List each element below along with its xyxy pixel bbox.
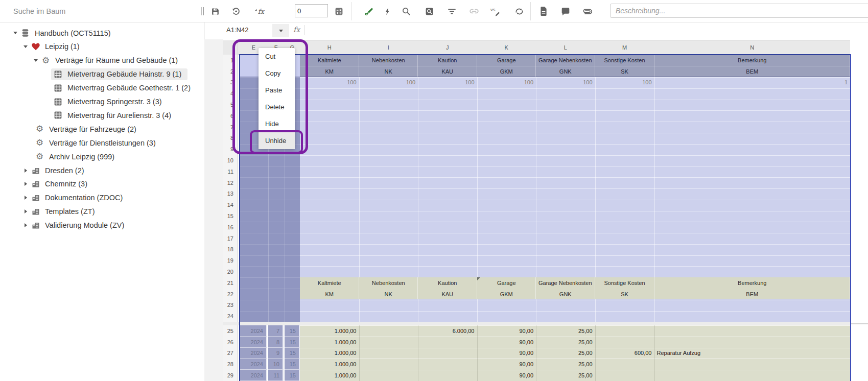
cell-L3[interactable]: 100 bbox=[536, 77, 595, 88]
column-header-K[interactable]: K bbox=[477, 40, 536, 55]
cell-K27[interactable]: 90,00 bbox=[477, 348, 536, 359]
chevron-expanded-icon[interactable] bbox=[12, 32, 18, 34]
chevron-collapsed-icon[interactable] bbox=[22, 196, 29, 200]
document-icon[interactable] bbox=[536, 4, 551, 19]
row-header-21[interactable]: 21 bbox=[223, 277, 236, 289]
menu-item-delete[interactable]: Delete bbox=[259, 99, 295, 115]
row-header-15[interactable]: 15 bbox=[223, 210, 236, 222]
cell-value-E29[interactable]: 2024 bbox=[240, 370, 266, 381]
calculator-icon[interactable] bbox=[331, 4, 346, 19]
row-header-3[interactable]: 3 bbox=[223, 77, 236, 88]
row-header-7[interactable]: 7 bbox=[223, 122, 236, 133]
cell-H28[interactable]: 1.000,00 bbox=[300, 359, 359, 370]
versions-edit-icon[interactable]: vs bbox=[488, 4, 503, 19]
cell-I3[interactable]: 100 bbox=[359, 77, 418, 88]
cell-K3[interactable]: 100 bbox=[477, 77, 536, 88]
header-title-K[interactable]: Garage bbox=[477, 55, 536, 66]
header-code-I[interactable]: NK bbox=[359, 66, 418, 77]
row-header-18[interactable]: 18 bbox=[223, 244, 236, 255]
tree-item-dokumentation-zdoc[interactable]: Dokumentation (ZDOC) bbox=[0, 191, 226, 205]
flash-icon[interactable] bbox=[380, 4, 395, 19]
menu-item-hide[interactable]: Hide bbox=[259, 115, 295, 132]
row-header-23[interactable]: 23 bbox=[223, 299, 236, 311]
tree-item-chemnitz-3[interactable]: Chemnitz (3) bbox=[0, 177, 226, 191]
column-header-I[interactable]: I bbox=[359, 40, 418, 55]
cell-value-G27[interactable]: 15 bbox=[285, 348, 298, 359]
tree-item-validierung-module-zv[interactable]: Validierung Module (ZV) bbox=[0, 219, 226, 232]
tree-item-dresden-2[interactable]: Dresden (2) bbox=[0, 163, 226, 177]
menu-item-unhide[interactable]: Unhide bbox=[259, 132, 295, 149]
cell-value-G29[interactable]: 15 bbox=[285, 370, 298, 381]
cell-value-G26[interactable]: 15 bbox=[285, 337, 298, 348]
row-header-10[interactable]: 10 bbox=[223, 155, 236, 166]
row-header-29[interactable]: 29 bbox=[223, 370, 236, 381]
cell-M3[interactable]: 100 bbox=[595, 77, 654, 88]
mid-header-code-M[interactable]: SK bbox=[595, 289, 654, 300]
tree-item-vertr-ge-f-r-fahrzeuge-2[interactable]: ⚙Verträge für Fahrzeuge (2) bbox=[0, 122, 236, 136]
row-header-25[interactable]: 25 bbox=[223, 325, 236, 337]
chevron-collapsed-icon[interactable] bbox=[22, 182, 29, 186]
history-icon[interactable] bbox=[228, 4, 244, 19]
row-header-6[interactable]: 6 bbox=[223, 110, 236, 122]
cell-value-G28[interactable]: 15 bbox=[285, 359, 298, 370]
formula-input[interactable] bbox=[307, 22, 868, 39]
name-box-dropdown[interactable] bbox=[272, 24, 289, 37]
mid-header-title-H[interactable]: Kaltmiete bbox=[300, 277, 359, 289]
save-icon[interactable] bbox=[207, 4, 223, 19]
menu-item-paste[interactable]: Paste bbox=[259, 82, 295, 99]
mid-header-code-H[interactable]: KM bbox=[300, 289, 359, 300]
chevron-expanded-icon[interactable] bbox=[22, 45, 29, 48]
filter-icon[interactable] bbox=[444, 4, 459, 19]
row-header-11[interactable]: 11 bbox=[223, 166, 236, 177]
row-header-26[interactable]: 26 bbox=[223, 337, 236, 348]
description-input[interactable] bbox=[610, 4, 868, 18]
cell-value-E28[interactable]: 2024 bbox=[240, 359, 266, 370]
cell-K29[interactable]: 90,00 bbox=[477, 370, 536, 381]
header-code-M[interactable]: SK bbox=[595, 66, 654, 77]
mid-header-code-K[interactable]: GKM bbox=[477, 289, 536, 300]
mid-header-title-L[interactable]: Garage Nebenkosten bbox=[536, 277, 595, 289]
attachment-icon[interactable] bbox=[580, 4, 595, 19]
name-box[interactable]: A1:N42 bbox=[226, 26, 248, 34]
cell-value-F26[interactable]: 8 bbox=[268, 337, 282, 348]
number-input[interactable] bbox=[295, 4, 328, 17]
column-header-M[interactable]: M bbox=[595, 40, 654, 55]
cell-K26[interactable]: 90,00 bbox=[477, 337, 536, 348]
cell-H26[interactable]: 1.000,00 bbox=[300, 337, 359, 348]
column-header-L[interactable]: L bbox=[536, 40, 595, 55]
chevron-collapsed-icon[interactable] bbox=[22, 209, 29, 213]
cell-N3[interactable]: 1 bbox=[654, 77, 851, 88]
chevron-collapsed-icon[interactable] bbox=[22, 223, 29, 227]
header-title-N[interactable]: Bemerkung bbox=[654, 55, 851, 66]
header-title-M[interactable]: Sonstige Kosten bbox=[595, 55, 654, 66]
cell-L26[interactable]: 25,00 bbox=[536, 337, 595, 348]
cell-K28[interactable]: 90,00 bbox=[477, 359, 536, 370]
row-header-20[interactable]: 20 bbox=[223, 266, 236, 277]
tree-item-leipzig-1[interactable]: Leipzig (1) bbox=[0, 40, 226, 54]
cell-M27[interactable]: 600,00 bbox=[595, 348, 654, 359]
cell-J25[interactable]: 6.000,00 bbox=[418, 325, 477, 337]
cell-H25[interactable]: 1.000,00 bbox=[300, 325, 359, 337]
menu-item-copy[interactable]: Copy bbox=[259, 65, 295, 82]
header-code-L[interactable]: GNK bbox=[536, 66, 595, 77]
cell-value-E27[interactable]: 2024 bbox=[240, 348, 266, 359]
cell-value-F29[interactable]: 11 bbox=[268, 370, 282, 381]
header-title-I[interactable]: Nebenkosten bbox=[359, 55, 418, 66]
header-code-K[interactable]: GKM bbox=[477, 66, 536, 77]
column-header-J[interactable]: J bbox=[418, 40, 477, 55]
column-header-H[interactable]: H bbox=[300, 40, 359, 55]
row-header-14[interactable]: 14 bbox=[223, 199, 236, 210]
menu-item-cut[interactable]: Cut bbox=[259, 48, 295, 65]
cell-H27[interactable]: 1.000,00 bbox=[300, 348, 359, 359]
cell-value-G25[interactable]: 15 bbox=[285, 325, 298, 337]
cell-H3[interactable]: 100 bbox=[300, 77, 359, 88]
row-header-13[interactable]: 13 bbox=[223, 188, 236, 200]
header-code-N[interactable]: BEM bbox=[654, 66, 851, 77]
row-header-12[interactable]: 12 bbox=[223, 177, 236, 188]
cell-value-F25[interactable]: 7 bbox=[268, 325, 282, 337]
cell-L28[interactable]: 25,00 bbox=[536, 359, 595, 370]
mid-header-title-I[interactable]: Nebenkosten bbox=[359, 277, 418, 289]
tree-item-archiv-leipzig-999[interactable]: ⚙Archiv Leipzig (999) bbox=[0, 150, 236, 163]
search-icon[interactable] bbox=[398, 4, 414, 19]
cell-H29[interactable]: 1.000,00 bbox=[300, 370, 359, 381]
